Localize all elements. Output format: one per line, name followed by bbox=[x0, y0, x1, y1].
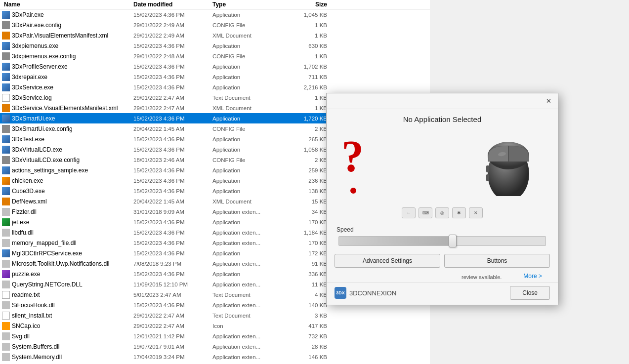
file-size: 1 KB bbox=[292, 53, 331, 59]
file-type: Application exten... bbox=[212, 354, 292, 360]
file-date: 15/02/2023 4:36 PM bbox=[133, 240, 212, 246]
file-type: Text Document bbox=[212, 313, 292, 319]
table-row[interactable]: Svg.dll 12/01/2021 1:42 PM Application e… bbox=[0, 331, 430, 341]
file-date: 15/02/2023 4:36 PM bbox=[133, 136, 212, 142]
speed-slider-thumb[interactable] bbox=[449, 235, 457, 247]
file-size: 1,720 KB bbox=[292, 116, 331, 121]
file-icon bbox=[2, 104, 10, 112]
file-icon bbox=[2, 166, 10, 174]
file-date: 15/02/2023 4:36 PM bbox=[133, 188, 212, 194]
svg-rect-6 bbox=[486, 174, 489, 181]
file-type: Application exten... bbox=[212, 333, 292, 339]
minimize-button[interactable]: − bbox=[532, 96, 543, 107]
file-date: 19/07/2017 9:01 AM bbox=[133, 344, 212, 350]
file-size: 1,045 KB bbox=[292, 12, 331, 18]
close-x-icon-btn[interactable]: ✕ bbox=[469, 207, 483, 218]
file-name: puzzle.exe bbox=[0, 270, 133, 278]
file-date: 15/02/2023 4:36 PM bbox=[133, 230, 212, 236]
file-icon bbox=[2, 281, 10, 288]
file-size: 732 KB bbox=[292, 333, 331, 339]
file-size: 2 KB bbox=[292, 157, 331, 163]
table-row[interactable]: 3DxService.exe 15/02/2023 4:36 PM Applic… bbox=[0, 82, 430, 92]
close-dialog-button[interactable]: Close bbox=[510, 286, 550, 300]
table-row[interactable]: SNCap.ico 29/01/2022 2:47 AM Icon 417 KB bbox=[0, 321, 430, 331]
3dconnexion-logo: 3DX 3DCONNEXION bbox=[335, 287, 396, 299]
file-date: 15/02/2023 4:36 PM bbox=[133, 167, 212, 173]
file-size: 172 KB bbox=[292, 250, 331, 256]
file-type: Application exten... bbox=[212, 344, 292, 350]
file-type: CONFIG File bbox=[212, 126, 292, 132]
file-name: SNCap.ico bbox=[0, 322, 133, 330]
advanced-settings-button[interactable]: Advanced Settings bbox=[335, 254, 440, 268]
file-size: 11 KB bbox=[292, 282, 331, 287]
buttons-button[interactable]: Buttons bbox=[444, 254, 550, 268]
file-date: 15/02/2023 4:36 PM bbox=[133, 178, 212, 184]
col-header-type[interactable]: Type bbox=[212, 1, 292, 8]
table-row[interactable]: 3dxpiemenus.exe.config 29/01/2022 2:48 A… bbox=[0, 51, 430, 61]
more-link[interactable]: More > bbox=[515, 273, 550, 282]
file-name: 3DxVirtualLCD.exe bbox=[0, 146, 133, 154]
target-icon-btn[interactable]: ◎ bbox=[435, 207, 449, 218]
file-size: 711 KB bbox=[292, 74, 331, 80]
file-date: 20/04/2022 1:45 AM bbox=[133, 199, 212, 204]
col-header-date[interactable]: Date modified bbox=[133, 1, 212, 8]
file-name: 3dxrepair.exe bbox=[0, 73, 133, 81]
file-date: 15/02/2023 4:36 PM bbox=[133, 116, 212, 121]
file-name: System.Memory.dll bbox=[0, 353, 133, 361]
bluetooth-icon-btn[interactable]: ✱ bbox=[452, 207, 466, 218]
file-type: XML Document bbox=[212, 105, 292, 111]
file-icon bbox=[2, 42, 10, 50]
file-size: 170 KB bbox=[292, 240, 331, 246]
table-row[interactable]: System.Memory.dll 17/04/2019 3:24 PM App… bbox=[0, 352, 430, 362]
file-icon bbox=[2, 270, 10, 278]
file-size: 1,058 KB bbox=[292, 147, 331, 153]
table-row[interactable]: 3DxPair.exe 15/02/2023 4:36 PM Applicati… bbox=[0, 9, 430, 20]
file-icon bbox=[2, 249, 10, 257]
table-row[interactable]: silent_install.txt 29/01/2022 2:47 AM Te… bbox=[0, 310, 430, 321]
file-type: Application bbox=[212, 271, 292, 277]
review-text: review available. bbox=[454, 273, 509, 281]
file-name: 3DxSmartUi.exe.config bbox=[0, 125, 133, 133]
table-row[interactable]: 3dxrepair.exe 15/02/2023 4:36 PM Applica… bbox=[0, 72, 430, 82]
file-icon bbox=[2, 21, 10, 29]
col-header-size[interactable]: Size bbox=[292, 1, 331, 8]
arrow-back-icon-btn[interactable]: ← bbox=[402, 207, 416, 218]
file-size: 91 KB bbox=[292, 261, 331, 267]
file-date: 12/01/2021 1:42 PM bbox=[133, 333, 212, 339]
logo-text: 3DCONNEXION bbox=[349, 289, 396, 297]
file-type: Application exten... bbox=[212, 302, 292, 308]
dialog-close-button[interactable]: ✕ bbox=[543, 96, 554, 107]
file-icon bbox=[2, 208, 10, 216]
table-row[interactable]: 3DxProfileServer.exe 15/02/2023 4:36 PM … bbox=[0, 61, 430, 72]
file-date: 11/09/2015 12:10 PM bbox=[133, 282, 212, 287]
file-name: readme.txt bbox=[0, 291, 133, 299]
file-size: 236 KB bbox=[292, 178, 331, 184]
table-row[interactable]: 3DxPair.VisualElementsManifest.xml 29/01… bbox=[0, 30, 430, 40]
table-row[interactable]: 3DxPair.exe.config 29/01/2022 2:49 AM CO… bbox=[0, 20, 430, 30]
table-row[interactable]: 3dxpiemenus.exe 15/02/2023 4:36 PM Appli… bbox=[0, 40, 430, 51]
file-name: MgI3DCtlrRPCService.exe bbox=[0, 249, 133, 257]
file-name: silent_install.txt bbox=[0, 312, 133, 320]
file-icon bbox=[2, 260, 10, 268]
file-name: QueryString.NETCore.DLL bbox=[0, 281, 133, 288]
file-list-header: Name Date modified Type Size bbox=[0, 0, 430, 9]
table-row[interactable]: System.Buffers.dll 19/07/2017 9:01 AM Ap… bbox=[0, 341, 430, 352]
logo-icon: 3DX bbox=[335, 287, 346, 299]
file-icon bbox=[2, 301, 10, 309]
keyboard-icon-btn[interactable]: ⌨ bbox=[419, 207, 432, 218]
col-header-name[interactable]: Name bbox=[0, 1, 133, 8]
file-icon bbox=[2, 135, 10, 143]
file-date: 15/02/2023 4:36 PM bbox=[133, 84, 212, 90]
speed-slider[interactable] bbox=[338, 236, 546, 246]
file-date: 15/02/2023 4:36 PM bbox=[133, 12, 212, 18]
file-name: DefNews.xml bbox=[0, 198, 133, 205]
file-type: Application exten... bbox=[212, 230, 292, 236]
question-mark-dot bbox=[350, 188, 356, 194]
file-size: 630 KB bbox=[292, 43, 331, 49]
file-icon bbox=[2, 229, 10, 237]
file-size: 259 KB bbox=[292, 167, 331, 173]
file-type: Application bbox=[212, 250, 292, 256]
mouse-svg bbox=[471, 137, 545, 196]
dialog-body: No Application Selected ? bbox=[327, 109, 558, 305]
file-date: 29/01/2022 2:49 AM bbox=[133, 22, 212, 28]
